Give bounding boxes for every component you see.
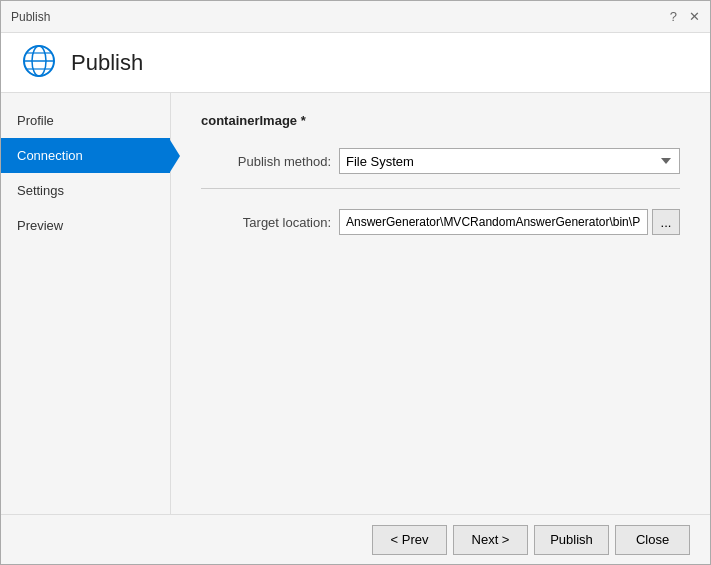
publish-method-row: Publish method: File System FTP Web Depl… <box>201 148 680 174</box>
dialog-header: Publish <box>1 33 710 93</box>
close-button[interactable]: Close <box>615 525 690 555</box>
publish-button[interactable]: Publish <box>534 525 609 555</box>
publish-method-select[interactable]: File System FTP Web Deploy Web Deploy Pa… <box>339 148 680 174</box>
dialog-title: Publish <box>71 50 143 76</box>
close-window-button[interactable]: ✕ <box>689 10 700 23</box>
target-location-control-wrapper: ... <box>339 209 680 235</box>
sidebar-item-preview[interactable]: Preview <box>1 208 170 243</box>
globe-icon <box>21 43 57 82</box>
sidebar-item-settings[interactable]: Settings <box>1 173 170 208</box>
target-location-label: Target location: <box>201 215 331 230</box>
publish-dialog: Publish ? ✕ Publish Profile Conne <box>0 0 711 565</box>
sidebar-item-profile[interactable]: Profile <box>1 103 170 138</box>
title-bar: Publish ? ✕ <box>1 1 710 33</box>
title-bar-controls: ? ✕ <box>670 10 700 23</box>
sidebar: Profile Connection Settings Preview <box>1 93 171 514</box>
main-content: containerImage * Publish method: File Sy… <box>171 93 710 514</box>
sidebar-item-connection[interactable]: Connection <box>1 138 170 173</box>
publish-method-label: Publish method: <box>201 154 331 169</box>
help-button[interactable]: ? <box>670 10 677 23</box>
title-bar-title-area: Publish <box>11 10 50 24</box>
title-bar-title: Publish <box>11 10 50 24</box>
browse-button[interactable]: ... <box>652 209 680 235</box>
publish-method-control-wrapper: File System FTP Web Deploy Web Deploy Pa… <box>339 148 680 174</box>
next-button[interactable]: Next > <box>453 525 528 555</box>
content-area: Profile Connection Settings Preview cont… <box>1 93 710 514</box>
footer: < Prev Next > Publish Close <box>1 514 710 564</box>
section-title: containerImage * <box>201 113 680 128</box>
form-divider <box>201 188 680 189</box>
target-location-row: Target location: ... <box>201 209 680 235</box>
prev-button[interactable]: < Prev <box>372 525 447 555</box>
target-location-input[interactable] <box>339 209 648 235</box>
